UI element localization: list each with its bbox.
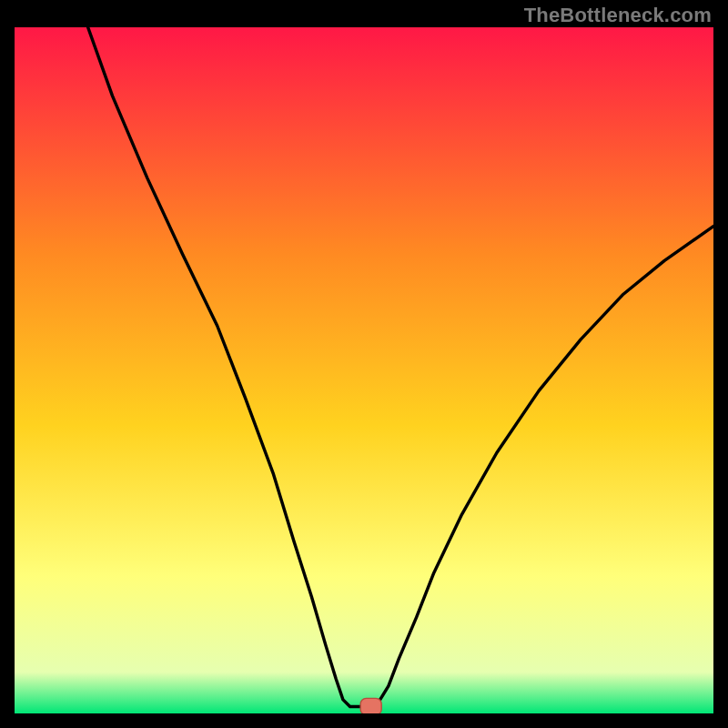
plot-area <box>15 27 713 713</box>
watermark-text: TheBottleneck.com <box>524 4 712 27</box>
chart-svg <box>15 27 713 713</box>
gradient-background <box>15 27 713 713</box>
chart-container: TheBottleneck.com <box>0 0 728 728</box>
current-point-marker <box>360 698 381 713</box>
